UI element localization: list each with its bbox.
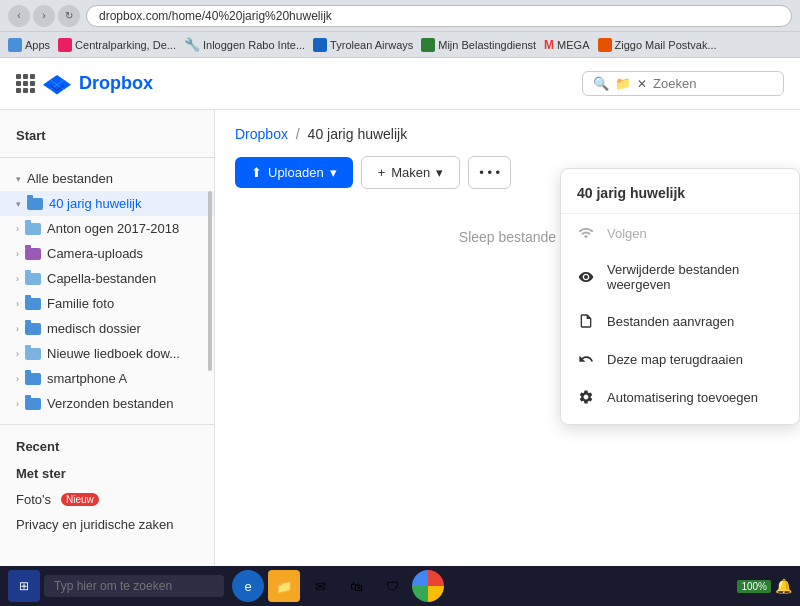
bookmark-tyrolean[interactable]: Tyrolean Airways (313, 38, 413, 52)
breadcrumb-current: 40 jarig huwelijk (308, 126, 408, 142)
terugdraaien-label: Deze map terugdraaien (607, 352, 743, 367)
folder-icon-capella (25, 273, 41, 285)
bookmark-belasting[interactable]: Mijn Belastingdienst (421, 38, 536, 52)
bookmark-mega[interactable]: M MEGA (544, 38, 589, 52)
browser-chrome: ‹ › ↻ dropbox.com/home/40%20jarig%20huwe… (0, 0, 800, 32)
privacy-label: Privacy en juridische zaken (16, 517, 174, 532)
eye-icon (577, 268, 595, 286)
search-icon: 🔍 (593, 76, 609, 91)
sidebar-recent: Recent (0, 433, 214, 460)
folder-name-familie: Familie foto (47, 296, 114, 311)
chevron-icon-medisch: › (16, 324, 19, 334)
bookmark-centralparking[interactable]: Centralparking, De... (58, 38, 176, 52)
sidebar-item-smartphone[interactable]: › smartphone A (0, 366, 214, 391)
bookmark-ziggo[interactable]: Ziggo Mail Postvak... (598, 38, 717, 52)
chevron-icon-anton: › (16, 224, 19, 234)
dropdown-automatisering[interactable]: Automatisering toevoegen (561, 378, 799, 416)
back-button[interactable]: ‹ (8, 5, 30, 27)
taskbar-edge-icon[interactable]: e (232, 570, 264, 602)
sidebar-item-verzonden[interactable]: › Verzonden bestanden (0, 391, 214, 416)
drop-text: Sleep bestande (459, 229, 556, 245)
sidebar-item-anton[interactable]: › Anton ogen 2017-2018 (0, 216, 214, 241)
bookmark-rabo[interactable]: 🔧 Inloggen Rabo Inte... (184, 37, 305, 52)
sidebar-item-familie[interactable]: › Familie foto (0, 291, 214, 316)
folder-icon-familie (25, 298, 41, 310)
chevron-icon-familie: › (16, 299, 19, 309)
folder-name-medisch: medisch dossier (47, 321, 141, 336)
aanvragen-label: Bestanden aanvragen (607, 314, 734, 329)
taskbar-chrome-icon[interactable] (412, 570, 444, 602)
dropdown-aanvragen[interactable]: Bestanden aanvragen (561, 302, 799, 340)
bookmark-apps[interactable]: Apps (8, 38, 50, 52)
plus-icon: + (378, 165, 386, 180)
taskbar-mail-icon[interactable]: ✉ (304, 570, 336, 602)
chevron-icon-capella: › (16, 274, 19, 284)
taskbar-store-icon[interactable]: 🛍 (340, 570, 372, 602)
chevron-icon-smartphone: › (16, 374, 19, 384)
dropdown-verwijderde[interactable]: Verwijderde bestanden weergeven (561, 252, 799, 302)
taskbar-explorer-icon[interactable]: 📁 (268, 570, 300, 602)
sidebar-start: Start (0, 122, 214, 149)
search-bar[interactable]: 🔍 📁 ✕ (582, 71, 784, 96)
refresh-button[interactable]: ↻ (58, 5, 80, 27)
volgen-label: Volgen (607, 226, 647, 241)
folder-icon-smartphone (25, 373, 41, 385)
upload-label: Uploaden (268, 165, 324, 180)
taskbar-notification-icon[interactable]: 🔔 (775, 578, 792, 594)
folder-icon-verzonden (25, 398, 41, 410)
sidebar-item-medisch[interactable]: › medisch dossier (0, 316, 214, 341)
upload-chevron-icon: ▾ (330, 165, 337, 180)
sidebar-item-camera[interactable]: › Camera-uploads (0, 241, 214, 266)
sidebar-item-capella[interactable]: › Capella-bestanden (0, 266, 214, 291)
start-button[interactable]: ⊞ (8, 570, 40, 602)
sidebar-item-nieuwe[interactable]: › Nieuwe liedboek dow... (0, 341, 214, 366)
logo-text: Dropbox (79, 73, 153, 94)
folder-name-verzonden: Verzonden bestanden (47, 396, 174, 411)
chevron-icon-nieuwe: › (16, 349, 19, 359)
automatisering-label: Automatisering toevoegen (607, 390, 758, 405)
dropdown-terugdraaien[interactable]: Deze map terugdraaien (561, 340, 799, 378)
upload-button[interactable]: ⬆ Uploaden ▾ (235, 157, 353, 188)
undo-icon (577, 350, 595, 368)
app-body: Start ▾ Alle bestanden ▾ 40 jarig huweli… (0, 110, 800, 606)
grid-menu-icon[interactable] (16, 74, 35, 93)
chevron-icon: ▾ (16, 174, 21, 184)
forward-button[interactable]: › (33, 5, 55, 27)
taskbar-search-input[interactable] (44, 575, 224, 597)
folder-name-nieuwe: Nieuwe liedboek dow... (47, 346, 180, 361)
taskbar-security-icon[interactable]: 🛡 (376, 570, 408, 602)
sidebar: Start ▾ Alle bestanden ▾ 40 jarig huweli… (0, 110, 215, 606)
breadcrumb-separator: / (296, 126, 300, 142)
sidebar-item-40-jarig[interactable]: ▾ 40 jarig huwelijk (0, 191, 214, 216)
folder-icon-40 (27, 198, 43, 210)
address-bar[interactable]: dropbox.com/home/40%20jarig%20huwelijk (86, 5, 792, 27)
breadcrumb-root[interactable]: Dropbox (235, 126, 288, 142)
folder-name-capella: Capella-bestanden (47, 271, 156, 286)
maken-label: Maken (391, 165, 430, 180)
sidebar-all-files[interactable]: ▾ Alle bestanden (0, 166, 214, 191)
file-request-icon (577, 312, 595, 330)
folder-name: 40 jarig huwelijk (49, 196, 142, 211)
photos-badge: Nieuw (61, 493, 99, 506)
scroll-indicator (208, 191, 212, 371)
dropdown-menu: 40 jarig huwelijk Volgen Verwijderde bes… (560, 168, 800, 425)
folder-name-anton: Anton ogen 2017-2018 (47, 221, 179, 236)
sidebar-photos[interactable]: Foto's Nieuw (0, 487, 214, 512)
clear-search-button[interactable]: ✕ (637, 77, 647, 91)
search-input[interactable] (653, 76, 773, 91)
maken-button[interactable]: + Maken ▾ (361, 156, 461, 189)
more-button[interactable]: • • • (468, 156, 511, 189)
bookmarks-bar: Apps Centralparking, De... 🔧 Inloggen Ra… (0, 32, 800, 58)
battery-badge: 100% (737, 580, 771, 593)
folder-icon-btn[interactable]: 📁 (615, 76, 631, 91)
taskbar-app-icons: e 📁 ✉ 🛍 🛡 (232, 570, 444, 602)
sidebar-privacy[interactable]: Privacy en juridische zaken (0, 512, 214, 537)
upload-icon: ⬆ (251, 165, 262, 180)
folder-icon-anton (25, 223, 41, 235)
folder-icon-nieuwe (25, 348, 41, 360)
chevron-icon-verzonden: › (16, 399, 19, 409)
chevron-icon-camera: › (16, 249, 19, 259)
dropbox-logo: Dropbox (43, 70, 153, 98)
folder-name-smartphone: smartphone A (47, 371, 127, 386)
ellipsis-icon: • • • (479, 165, 500, 180)
